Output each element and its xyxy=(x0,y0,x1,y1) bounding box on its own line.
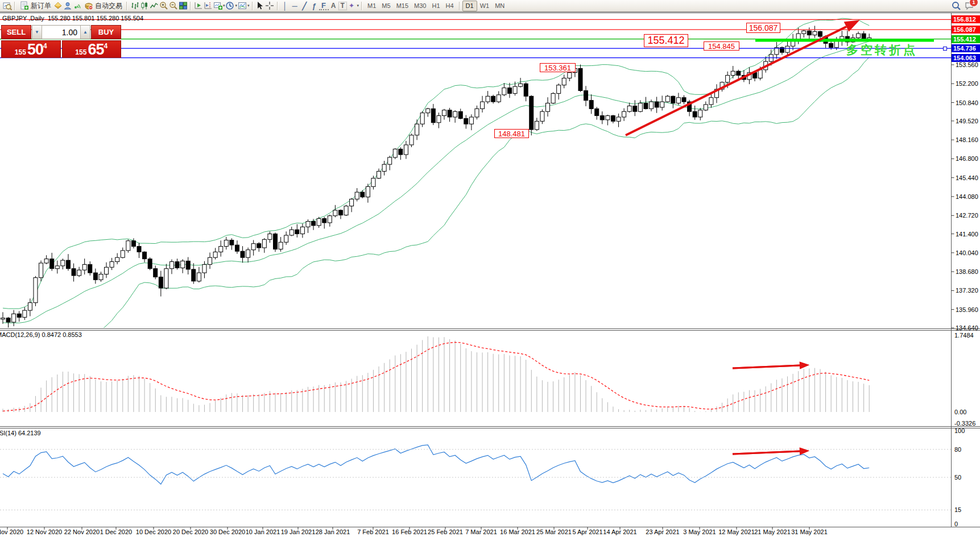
chart-title: GBPJPY ,Daily 155.280 155.801 155.280 15… xyxy=(2,15,143,22)
sell-price-pip: 4 xyxy=(43,42,47,50)
crosshair-icon[interactable] xyxy=(265,1,275,11)
timeframe-h1[interactable]: H1 xyxy=(429,1,443,11)
buy-price-display[interactable]: 155 65 4 xyxy=(62,40,122,58)
timeframe-m30[interactable]: M30 xyxy=(411,1,429,11)
line-chart-icon[interactable] xyxy=(149,1,159,11)
trendline-tool[interactable]: ╱ xyxy=(300,1,309,11)
timeframe-d1[interactable]: D1 xyxy=(462,1,477,11)
sell-price-big: 50 xyxy=(27,43,43,56)
toolbar-separator xyxy=(277,2,278,10)
chart-search-icon[interactable] xyxy=(2,1,12,11)
chart-canvas[interactable] xyxy=(0,0,980,537)
toolbar-separator xyxy=(361,2,362,10)
zoom-out-icon[interactable] xyxy=(168,1,178,11)
notification-badge: 1 xyxy=(969,0,978,7)
buy-price-pip: 4 xyxy=(104,42,107,50)
signals-icon[interactable] xyxy=(72,1,82,11)
arrows-tool[interactable]: ✦ xyxy=(347,1,357,11)
arrows-dropdown[interactable]: ▾ xyxy=(357,3,359,8)
timeframe-m15[interactable]: M15 xyxy=(394,1,411,11)
volume-decrement-button[interactable]: ▼ xyxy=(32,26,42,39)
timeframe-m1[interactable]: M1 xyxy=(365,1,379,11)
horizontal-line-tool[interactable]: ─ xyxy=(290,1,300,11)
autotrading-icon xyxy=(84,1,93,11)
buy-price-figure: 155 xyxy=(75,48,86,56)
cursor-icon[interactable] xyxy=(255,1,265,11)
candlestick-icon[interactable] xyxy=(139,1,149,11)
main-toolbar: 新订单 自动交易 ▾ ▾ xyxy=(0,0,980,12)
new-order-icon xyxy=(19,1,29,11)
community-icon[interactable] xyxy=(63,1,72,11)
toolbar-right-group: 1 xyxy=(952,1,978,11)
autotrading-button[interactable]: 自动交易 xyxy=(82,1,124,11)
volume-box: ▼ ▲ xyxy=(32,25,90,39)
fibonacci-tool[interactable]: ƒ xyxy=(309,1,319,11)
volume-increment-button[interactable]: ▲ xyxy=(80,26,90,39)
toolbar-separator xyxy=(14,2,15,10)
new-chart-icon[interactable] xyxy=(213,1,222,11)
toolbar-separator xyxy=(252,2,253,10)
zoom-in-icon[interactable] xyxy=(159,1,168,11)
new-order-button[interactable]: 新订单 xyxy=(18,1,53,11)
chart-stage[interactable]: GBPJPY ,Daily 155.280 155.801 155.280 15… xyxy=(0,0,980,537)
periods-icon[interactable] xyxy=(225,1,235,11)
timeframe-mn[interactable]: MN xyxy=(492,1,507,11)
sell-price-display[interactable]: 155 50 4 xyxy=(1,40,61,58)
templates-dropdown[interactable]: ▾ xyxy=(247,3,250,8)
auto-scroll-icon[interactable] xyxy=(193,1,203,11)
metaeditor-icon[interactable] xyxy=(53,1,63,11)
sell-price-figure: 155 xyxy=(15,48,26,56)
bar-chart-icon[interactable] xyxy=(130,1,139,11)
toolbar-separator xyxy=(126,2,127,10)
vertical-line-tool[interactable]: │ xyxy=(280,1,290,11)
toolbar-separator xyxy=(190,2,191,10)
toolbar-separator xyxy=(459,2,460,10)
search-icon[interactable] xyxy=(952,1,961,11)
templates-icon[interactable] xyxy=(237,1,247,11)
channel-tool[interactable]: F xyxy=(319,2,329,10)
buy-button[interactable]: BUY xyxy=(91,25,121,39)
timeframe-w1[interactable]: W1 xyxy=(477,1,493,11)
buy-price-big: 65 xyxy=(88,43,104,56)
text-tool[interactable]: A xyxy=(329,1,338,11)
chart-shift-icon[interactable] xyxy=(203,1,213,11)
one-click-trade-panel: SELL ▼ ▲ BUY 155 50 4 155 65 4 xyxy=(1,25,121,58)
text-label-tool[interactable]: T xyxy=(338,2,347,10)
timeframe-m5[interactable]: M5 xyxy=(379,1,393,11)
autotrading-label: 自动交易 xyxy=(95,1,122,11)
sell-button[interactable]: SELL xyxy=(1,25,31,39)
timeframe-bar: M1M5M15M30H1H4D1W1MN xyxy=(365,1,507,11)
tile-windows-icon[interactable] xyxy=(178,1,188,11)
volume-input[interactable] xyxy=(42,26,80,39)
timeframe-h4[interactable]: H4 xyxy=(443,1,457,11)
chat-icon[interactable]: 1 xyxy=(965,1,974,11)
new-order-label: 新订单 xyxy=(31,1,51,11)
